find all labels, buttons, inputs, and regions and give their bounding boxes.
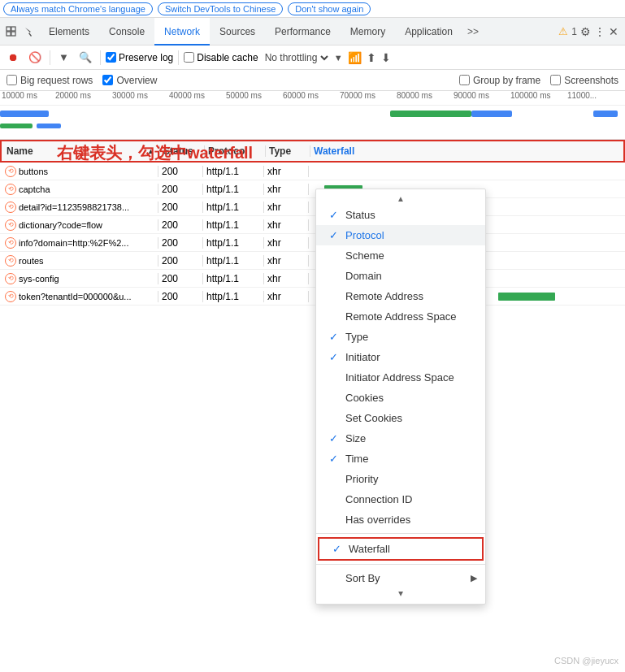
check-connection-id <box>329 493 342 505</box>
tab-console[interactable]: Console <box>99 18 154 46</box>
filter-btn[interactable]: ▼ <box>55 50 72 65</box>
table-row[interactable]: ⟲ dictionary?code=flow 200 http/1.1 xhr <box>0 216 625 234</box>
menu-item-initiator-address-space[interactable]: Initiator Address Space <box>316 367 485 388</box>
menu-item-set-cookies[interactable]: Set Cookies <box>316 408 485 428</box>
row-type-7: xhr <box>264 291 309 302</box>
row-type-5: xhr <box>264 255 309 267</box>
clear-btn[interactable]: 🚫 <box>25 50 45 65</box>
settings-icon[interactable]: ⚙ <box>580 25 591 38</box>
disable-cache-label[interactable]: Disable cache <box>184 52 258 63</box>
table-row[interactable]: ⟲ token?tenantId=000000&u... 200 http/1.… <box>0 288 625 306</box>
row-protocol-7: http/1.1 <box>203 291 264 302</box>
screenshots-check[interactable] <box>550 75 561 85</box>
timeline-bar-green1 <box>390 111 471 117</box>
row-status-6: 200 <box>158 273 203 284</box>
table-row[interactable]: ⟲ info?domain=http:%2F%2... 200 http/1.1… <box>0 234 625 252</box>
menu-item-size[interactable]: ✓ Size <box>316 428 485 449</box>
disable-cache-check[interactable] <box>184 52 194 63</box>
table-row[interactable]: ⟲ sys-config 200 http/1.1 xhr <box>0 270 625 288</box>
screenshots-text: Screenshots <box>564 75 618 86</box>
table-row[interactable]: ⟲ captcha 200 http/1.1 xhr <box>0 180 625 198</box>
row-name-3: ⟲ dictionary?code=flow <box>0 219 158 231</box>
screenshots-label[interactable]: Screenshots <box>550 75 618 86</box>
tab-memory[interactable]: Memory <box>341 18 395 46</box>
big-request-rows-label[interactable]: Big request rows <box>7 75 93 86</box>
preserve-log-label[interactable]: Preserve log <box>106 52 173 63</box>
col-header-status[interactable]: Status <box>160 145 205 157</box>
close-icon[interactable]: ✕ <box>609 25 618 38</box>
col-header-type[interactable]: Type <box>266 145 310 157</box>
throttle-select[interactable]: No throttling <box>262 51 331 64</box>
row-type-0: xhr <box>264 166 309 177</box>
more-tabs-btn[interactable]: >> <box>464 26 482 37</box>
dots-icon[interactable]: ⋮ <box>594 25 605 38</box>
menu-separator <box>316 533 485 534</box>
label-40000: 40000 ms <box>169 91 205 100</box>
label-110000: 11000... <box>567 91 597 100</box>
row-name-text-7: token?tenantId=000000&u... <box>19 292 153 301</box>
menu-item-sort-by[interactable]: Sort By ▶ <box>316 568 485 588</box>
tab-elements[interactable]: Elements <box>39 18 99 46</box>
record-btn[interactable]: ⏺ <box>5 50 22 65</box>
menu-item-initiator[interactable]: ✓ Initiator <box>316 347 485 367</box>
watermark: CSDN @jieyucx <box>554 656 618 665</box>
menu-item-remote-address-space[interactable]: Remote Address Space <box>316 306 485 327</box>
menu-item-waterfall[interactable]: ✓ Waterfall <box>318 537 484 561</box>
tab-sources[interactable]: Sources <box>210 18 265 46</box>
col-header-waterfall[interactable]: Waterfall <box>310 145 623 157</box>
switch-chinese-btn[interactable]: Switch DevTools to Chinese <box>158 2 283 15</box>
group-by-frame-check[interactable] <box>459 75 470 85</box>
col-header-name[interactable]: Name ▲ <box>2 145 160 157</box>
table-row[interactable]: ⟲ routes 200 http/1.1 xhr <box>0 252 625 270</box>
table-body: ⟲ buttons 200 http/1.1 xhr ⟲ captcha 200… <box>0 163 625 306</box>
devtools-tab-bar: Elements Console Network Sources Perform… <box>0 18 625 46</box>
menu-item-priority[interactable]: Priority <box>316 469 485 489</box>
menu-item-time[interactable]: ✓ Time <box>316 449 485 469</box>
check-priority <box>329 473 342 485</box>
tab-performance[interactable]: Performance <box>265 18 341 46</box>
menu-item-domain[interactable]: Domain <box>316 266 485 286</box>
row-status-0: 200 <box>158 166 203 177</box>
tab-network[interactable]: Network <box>154 18 210 46</box>
menu-item-type[interactable]: ✓ Type <box>316 327 485 347</box>
dont-show-btn[interactable]: Don't show again <box>288 2 371 15</box>
menu-scroll-up[interactable]: ▲ <box>316 193 485 205</box>
search-btn[interactable]: 🔍 <box>76 50 95 65</box>
timeline-bar-blue3 <box>593 111 618 117</box>
group-by-frame-label[interactable]: Group by frame <box>459 75 540 86</box>
overview-label[interactable]: Overview <box>102 75 157 86</box>
big-request-rows-check[interactable] <box>7 75 17 85</box>
check-size: ✓ <box>329 432 342 444</box>
menu-item-status[interactable]: ✓ Status <box>316 205 485 225</box>
menu-item-cookies[interactable]: Cookies <box>316 388 485 408</box>
label-30000: 30000 ms <box>112 91 148 100</box>
menu-item-protocol[interactable]: ✓ Protocol <box>316 225 485 245</box>
row-name-text-6: sys-config <box>19 274 153 284</box>
tab-application[interactable]: Application <box>395 18 462 46</box>
submenu-arrow: ▶ <box>471 573 477 583</box>
alert-icon[interactable]: ⚠ <box>558 25 568 37</box>
row-name-text-2: detail?id=1123598821738... <box>19 202 153 212</box>
menu-scroll-down[interactable]: ▲ <box>316 588 485 600</box>
preserve-log-check[interactable] <box>106 52 116 63</box>
menu-item-remote-address[interactable]: Remote Address <box>316 286 485 306</box>
row-name-5: ⟲ routes <box>0 255 158 267</box>
row-protocol-6: http/1.1 <box>203 273 264 284</box>
row-name-2: ⟲ detail?id=1123598821738... <box>0 202 158 213</box>
table-row[interactable]: ⟲ buttons 200 http/1.1 xhr <box>0 163 625 180</box>
label-70000: 70000 ms <box>340 91 375 100</box>
sep1 <box>50 50 50 65</box>
menu-item-connection-id[interactable]: Connection ID <box>316 489 485 509</box>
match-language-btn[interactable]: Always match Chrome's language <box>3 2 153 15</box>
menu-item-has-overrides[interactable]: Has overrides <box>316 509 485 530</box>
timeline-labels: 10000 ms 20000 ms 30000 ms 40000 ms 5000… <box>0 91 625 106</box>
label-20000: 20000 ms <box>55 91 91 100</box>
table-row[interactable]: ⟲ detail?id=1123598821738... 200 http/1.… <box>0 198 625 216</box>
check-initiator-address-space <box>329 371 342 384</box>
col-header-protocol[interactable]: Protocol <box>205 145 266 157</box>
inspect-icon[interactable] <box>21 24 37 40</box>
row-name-0: ⟲ buttons <box>0 166 158 177</box>
overview-check[interactable] <box>102 75 113 85</box>
wf-bar-green-7 <box>498 293 555 301</box>
menu-item-scheme[interactable]: Scheme <box>316 245 485 266</box>
